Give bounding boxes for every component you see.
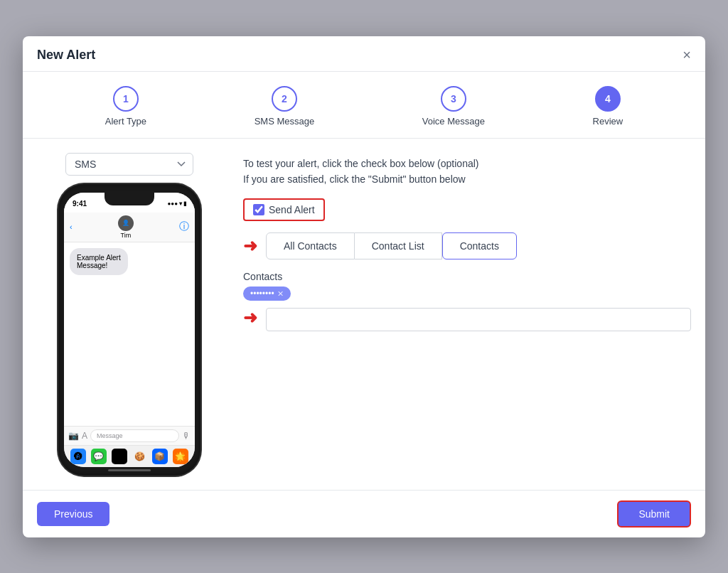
camera-icon: 📷 (68, 431, 79, 441)
dock-messages: 💬 (91, 449, 107, 464)
messages-body: Example AlertMessage! (64, 242, 195, 426)
arrow-icon-tabs: ➜ (243, 236, 257, 256)
send-alert-row: Send Alert (243, 198, 691, 221)
step-label-3: Voice Message (422, 116, 485, 127)
tab-contacts[interactable]: Contacts (442, 232, 517, 259)
dock-app-store: 🅐 (70, 449, 86, 464)
close-button[interactable]: × (682, 48, 691, 62)
send-alert-box: Send Alert (243, 198, 325, 221)
signal-icon: ●●● (168, 200, 178, 207)
contact-info: 👤 Tim (118, 215, 134, 239)
step-label-2: SMS Message (255, 116, 315, 127)
modal-footer: Previous Submit (23, 490, 705, 537)
info-button[interactable]: ⓘ (179, 220, 189, 233)
contact-tag-1: •••••••• ✕ (243, 286, 291, 301)
step-3[interactable]: 3 Voice Message (422, 86, 485, 127)
step-2[interactable]: 2 SMS Message (255, 86, 315, 127)
home-indicator (108, 469, 151, 471)
step-circle-4: 4 (595, 86, 621, 112)
instruction-text: To test your alert, click the check box … (243, 156, 691, 188)
step-circle-2: 2 (272, 86, 297, 112)
modal-body: SMS Voice 9:41 ●●● ▾ ▮ (23, 139, 705, 490)
mic-icon: 🎙 (182, 431, 191, 441)
phone-notch (105, 193, 154, 205)
status-icons: ●●● ▾ ▮ (168, 200, 187, 207)
tabs-section: ➜ All Contacts Contact List Contacts (243, 232, 691, 259)
dock-cookie: 🍪 (132, 449, 147, 464)
step-1[interactable]: 1 Alert Type (105, 86, 146, 127)
message-placeholder: Message (97, 432, 123, 439)
back-button[interactable]: ‹ (70, 223, 73, 231)
steps-container: 1 Alert Type 2 SMS Message 3 Voice Messa… (23, 72, 705, 139)
phone-mockup: 9:41 ●●● ▾ ▮ ‹ 👤 Tim (58, 184, 200, 476)
send-alert-checkbox[interactable] (253, 204, 264, 215)
tabs-row: All Contacts Contact List Contacts (266, 232, 517, 259)
instruction-line-1: To test your alert, click the check box … (243, 156, 691, 171)
modal-header: New Alert × (23, 36, 705, 72)
step-label-1: Alert Type (105, 116, 146, 127)
dock-extra: 🌟 (173, 449, 188, 464)
step-4[interactable]: 4 Review (593, 86, 623, 127)
tab-contact-list[interactable]: Contact List (355, 232, 442, 259)
message-text: Example AlertMessage! (77, 254, 121, 269)
phone-section: SMS Voice 9:41 ●●● ▾ ▮ (37, 153, 222, 476)
step-label-4: Review (593, 116, 623, 127)
phone-dock: 🅐 💬 Pay 🍪 📦 🌟 (64, 445, 195, 467)
wifi-icon: ▾ (179, 200, 182, 207)
contact-name: Tim (120, 232, 131, 239)
message-input[interactable]: Message (90, 429, 179, 442)
battery-icon: ▮ (183, 200, 186, 207)
contacts-search-input[interactable] (266, 308, 691, 331)
contacts-label: Contacts (243, 271, 691, 282)
contact-tag-text: •••••••• (250, 289, 274, 299)
message-input-bar: 📷 A Message 🎙 (64, 426, 195, 445)
step-circle-3: 3 (441, 86, 466, 112)
tab-all-contacts[interactable]: All Contacts (266, 232, 355, 259)
contact-avatar: 👤 (118, 215, 134, 231)
message-type-select[interactable]: SMS Voice (65, 153, 193, 176)
dock-pay: Pay (112, 449, 127, 464)
phone-screen: 9:41 ●●● ▾ ▮ ‹ 👤 Tim (64, 193, 195, 467)
app-icon: A (82, 431, 87, 441)
send-alert-label: Send Alert (269, 204, 315, 215)
message-bubble: Example AlertMessage! (70, 248, 128, 275)
step-circle-1: 1 (113, 86, 139, 112)
status-time: 9:41 (73, 200, 87, 208)
controls-section: To test your alert, click the check box … (243, 153, 691, 476)
instruction-line-2: If you are satisfied, click the "Submit"… (243, 171, 691, 187)
contacts-input-wrapper: ➜ (243, 308, 691, 331)
contacts-tags: •••••••• ✕ (243, 286, 691, 301)
modal-title: New Alert (37, 48, 95, 63)
tag-remove-button[interactable]: ✕ (277, 289, 284, 299)
submit-button[interactable]: Submit (617, 500, 691, 528)
dock-dropbox: 📦 (152, 449, 168, 464)
previous-button[interactable]: Previous (37, 502, 109, 526)
arrow-icon-input: ➜ (243, 308, 257, 328)
messages-header: ‹ 👤 Tim ⓘ (64, 213, 195, 242)
new-alert-modal: New Alert × 1 Alert Type 2 SMS Message 3… (23, 36, 705, 537)
contacts-area: Contacts •••••••• ✕ ➜ (243, 271, 691, 331)
